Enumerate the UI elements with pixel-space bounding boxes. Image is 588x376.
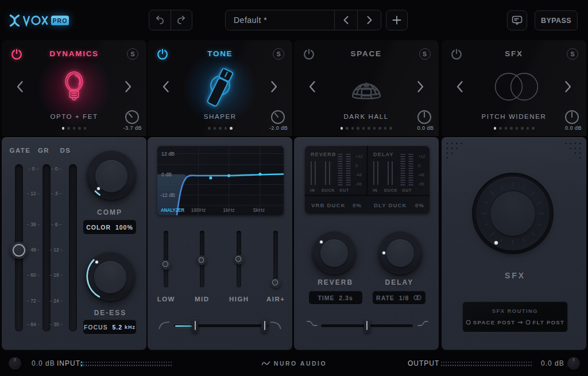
svg-text:REVERB: REVERB <box>311 152 336 157</box>
svg-text:0 dB: 0 dB <box>161 172 172 177</box>
svg-text:5kHz: 5kHz <box>253 207 265 213</box>
svg-text:PRO: PRO <box>53 17 68 24</box>
svg-text:0%: 0% <box>353 202 362 208</box>
svg-text:VRB DUCK: VRB DUCK <box>311 202 346 208</box>
svg-text:ANALYZER: ANALYZER <box>161 207 184 213</box>
svg-text:DELAY: DELAY <box>373 152 394 157</box>
svg-text:DLY DUCK: DLY DUCK <box>374 202 407 208</box>
svg-text:0%: 0% <box>415 202 424 208</box>
svg-text:1kHz: 1kHz <box>223 207 235 213</box>
svg-text:-12 dB: -12 dB <box>160 192 175 198</box>
svg-text:180Hz: 180Hz <box>191 207 207 213</box>
svg-text:12 dB: 12 dB <box>161 151 175 157</box>
